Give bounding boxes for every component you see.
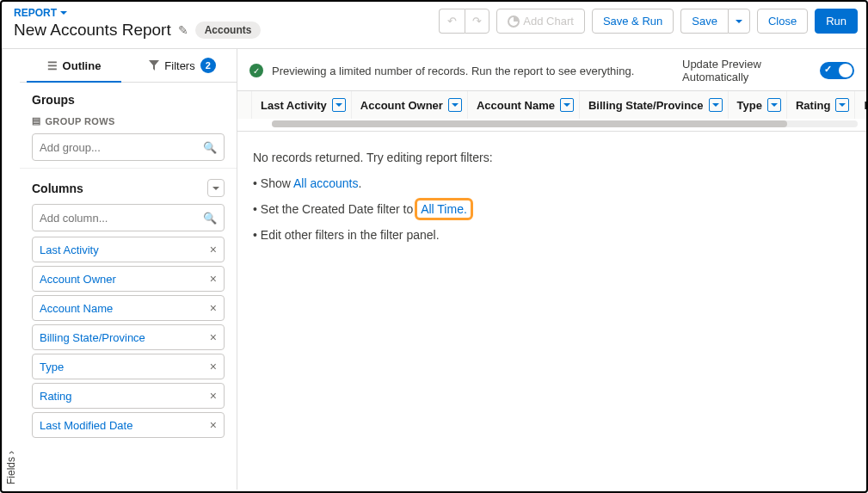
remove-column-icon[interactable]: × bbox=[210, 272, 217, 286]
column-item[interactable]: Type× bbox=[32, 354, 225, 379]
column-item[interactable]: Last Activity× bbox=[32, 237, 225, 262]
column-item[interactable]: Last Modified Date× bbox=[32, 412, 225, 438]
main-content: ✓ Previewing a limited number of records… bbox=[237, 49, 866, 490]
edit-title-icon[interactable]: ✎ bbox=[178, 23, 188, 37]
add-group-input[interactable] bbox=[40, 141, 203, 154]
suggestion-all-time: Set the Created Date filter to All Time. bbox=[253, 202, 851, 216]
table-header-wrap: Last ActivityAccount OwnerAccount NameBi… bbox=[237, 91, 866, 132]
add-group-input-wrap[interactable]: 🔍 bbox=[32, 133, 225, 161]
save-button[interactable]: Save bbox=[680, 9, 728, 34]
row-counter-header bbox=[237, 91, 252, 119]
chart-icon bbox=[508, 15, 520, 28]
filter-icon bbox=[149, 60, 159, 71]
column-menu-icon[interactable] bbox=[709, 98, 723, 112]
sidebar: ☰ Outline Filters 2 Groups ▤ GROUP ROWS … bbox=[20, 49, 237, 490]
undo-button[interactable]: ↶ bbox=[439, 9, 465, 34]
column-item-label: Last Modified Date bbox=[40, 419, 132, 432]
auto-update-label: Update Preview Automatically bbox=[682, 58, 811, 83]
column-header[interactable]: Type bbox=[729, 91, 787, 119]
column-header[interactable]: Billing State/Province bbox=[580, 91, 729, 119]
report-type-text: REPORT bbox=[14, 7, 57, 19]
save-menu-button[interactable] bbox=[728, 9, 750, 34]
fields-tab-label: Fields bbox=[5, 457, 17, 484]
column-item[interactable]: Billing State/Province× bbox=[32, 324, 225, 350]
suggestion-show-all: Show All accounts. bbox=[253, 176, 851, 190]
run-button[interactable]: Run bbox=[815, 9, 858, 34]
column-header-label: Billing State/Province bbox=[588, 99, 704, 112]
remove-column-icon[interactable]: × bbox=[210, 243, 217, 256]
tab-outline-label: Outline bbox=[63, 59, 102, 72]
remove-column-icon[interactable]: × bbox=[210, 301, 217, 315]
chevron-down-icon bbox=[212, 185, 219, 192]
success-icon: ✓ bbox=[249, 64, 263, 77]
column-item-label: Last Activity bbox=[40, 243, 99, 256]
add-chart-button[interactable]: Add Chart bbox=[496, 9, 585, 34]
object-badge: Accounts bbox=[195, 22, 262, 39]
column-header-label: Type bbox=[737, 99, 762, 112]
column-header-label: Account Name bbox=[477, 99, 555, 112]
close-button[interactable]: Close bbox=[757, 9, 808, 34]
header-left: REPORT New Accounts Report ✎ Accounts bbox=[14, 7, 439, 40]
column-menu-icon[interactable] bbox=[767, 98, 781, 112]
outline-icon: ☰ bbox=[47, 59, 58, 72]
report-header: REPORT New Accounts Report ✎ Accounts ↶ … bbox=[2, 2, 866, 49]
save-run-button[interactable]: Save & Run bbox=[592, 9, 674, 34]
column-header[interactable]: Account Owner bbox=[352, 91, 468, 119]
column-header-label: Last Activity bbox=[261, 99, 327, 112]
column-item[interactable]: Rating× bbox=[32, 383, 225, 409]
auto-update-toggle[interactable] bbox=[820, 62, 854, 79]
empty-heading: No records returned. Try editing report … bbox=[253, 151, 851, 164]
columns-title: Columns bbox=[32, 182, 83, 195]
table-header: Last ActivityAccount OwnerAccount NameBi… bbox=[237, 91, 866, 119]
header-actions: ↶ ↷ Add Chart Save & Run Save Close Run bbox=[439, 7, 858, 34]
report-title: New Accounts Report bbox=[14, 21, 171, 40]
horizontal-scrollbar[interactable] bbox=[272, 120, 858, 127]
sidebar-tabs: ☰ Outline Filters 2 bbox=[20, 49, 237, 83]
tab-filters[interactable]: Filters 2 bbox=[128, 49, 237, 82]
filter-count-badge: 2 bbox=[200, 58, 216, 73]
chevron-right-icon: › bbox=[5, 451, 17, 454]
column-list: Last Activity×Account Owner×Account Name… bbox=[32, 237, 225, 438]
fields-panel-toggle[interactable]: Fields › bbox=[2, 49, 20, 490]
column-item-label: Type bbox=[40, 361, 64, 373]
rows-icon: ▤ bbox=[32, 115, 40, 126]
columns-section: Columns 🔍 Last Activity×Account Owner×Ac… bbox=[20, 169, 237, 445]
preview-message: Previewing a limited number of records. … bbox=[272, 65, 674, 77]
groups-section: Groups ▤ GROUP ROWS 🔍 bbox=[20, 83, 237, 169]
add-column-input-wrap[interactable]: 🔍 bbox=[32, 204, 225, 231]
empty-state: No records returned. Try editing report … bbox=[237, 132, 866, 273]
column-menu-icon[interactable] bbox=[332, 98, 346, 112]
remove-column-icon[interactable]: × bbox=[210, 330, 217, 344]
column-item[interactable]: Account Owner× bbox=[32, 266, 225, 292]
group-rows-label: ▤ GROUP ROWS bbox=[32, 115, 225, 126]
remove-column-icon[interactable]: × bbox=[210, 418, 217, 432]
columns-menu-button[interactable] bbox=[207, 179, 225, 197]
column-item-label: Account Owner bbox=[40, 273, 116, 286]
column-item-label: Billing State/Province bbox=[40, 331, 145, 344]
chevron-down-icon bbox=[60, 9, 67, 16]
search-icon: 🔍 bbox=[203, 141, 217, 154]
column-menu-icon[interactable] bbox=[560, 98, 574, 112]
add-column-input[interactable] bbox=[40, 212, 203, 225]
add-chart-label: Add Chart bbox=[523, 15, 574, 28]
tab-outline[interactable]: ☰ Outline bbox=[20, 49, 128, 82]
report-type-label[interactable]: REPORT bbox=[14, 7, 439, 19]
remove-column-icon[interactable]: × bbox=[210, 360, 217, 373]
column-header[interactable]: Rating bbox=[787, 91, 855, 119]
column-header[interactable]: Account Name bbox=[468, 91, 580, 119]
redo-button[interactable]: ↷ bbox=[465, 9, 489, 34]
column-header[interactable]: Last Activity bbox=[252, 91, 352, 119]
column-header-label: Account Owner bbox=[360, 99, 443, 112]
column-header[interactable]: Las bbox=[855, 91, 866, 119]
column-item-label: Rating bbox=[40, 390, 72, 403]
column-header-label: Rating bbox=[796, 99, 830, 112]
column-item-label: Account Name bbox=[40, 302, 113, 315]
column-item[interactable]: Account Name× bbox=[32, 295, 225, 321]
column-menu-icon[interactable] bbox=[835, 98, 849, 112]
all-time-link[interactable]: All Time. bbox=[415, 198, 473, 220]
column-header-label: Las bbox=[864, 99, 866, 112]
remove-column-icon[interactable]: × bbox=[210, 389, 217, 403]
all-accounts-link[interactable]: All accounts bbox=[293, 176, 358, 190]
search-icon: 🔍 bbox=[203, 212, 217, 225]
column-menu-icon[interactable] bbox=[448, 98, 462, 112]
